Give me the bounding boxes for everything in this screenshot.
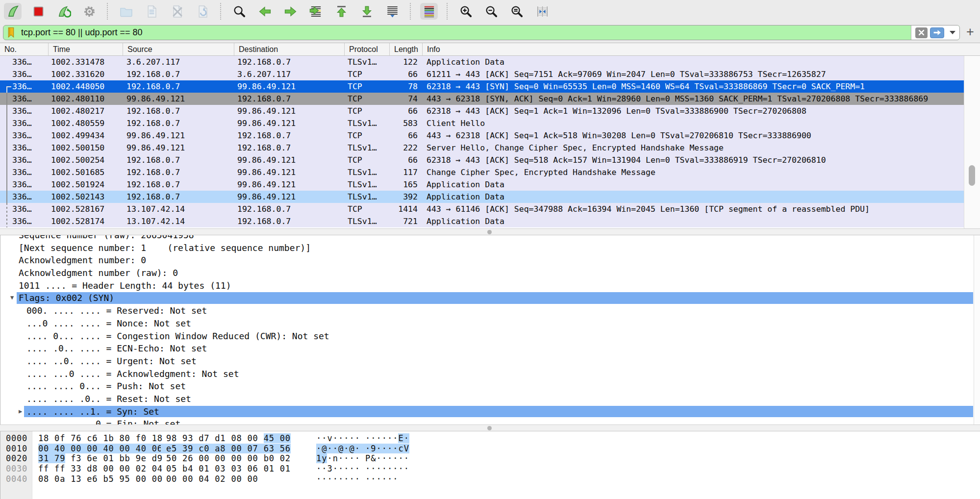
detail-text: .... ..0. .... = Urgent: Not set	[0, 355, 980, 368]
packet-cell-no: 336…	[0, 68, 49, 80]
packet-row[interactable]: 336…1002.448050192.168.0.799.86.49.121TC…	[0, 80, 964, 93]
hex-row[interactable]: 002031 79 f3 6e 01 bb 9e d950 26 00 00 0…	[0, 453, 980, 464]
packet-cell-destination: 192.168.0.7	[234, 142, 345, 154]
hex-row[interactable]: 000018 0f 76 c6 1b 80 f0 1898 93 d7 d1 0…	[0, 433, 980, 444]
detail-line[interactable]: ...0 .... .... = Nonce: Not set	[0, 317, 980, 330]
auto-scroll-button[interactable]	[383, 3, 401, 20]
packet-row[interactable]: 336…1002.480217192.168.0.799.86.49.121TC…	[0, 105, 964, 117]
find-packet-button[interactable]	[230, 3, 248, 20]
zoom-in-button[interactable]	[457, 3, 475, 20]
packet-cell-time: 1002.528167	[49, 203, 123, 215]
hex-bytes-group1: 18 0f 76 c6 1b 80 f0 18	[38, 433, 163, 444]
toolbar-separator	[410, 3, 411, 20]
detail-line[interactable]: 000. .... .... = Reserved: Not set	[0, 304, 980, 317]
detail-line[interactable]: Acknowledgment number (raw): 0	[0, 267, 980, 279]
display-filter-input[interactable]: tcp.port == 80 || udp.port == 80	[3, 25, 960, 40]
detail-line[interactable]: .... .... .0.. = Reset: Not set	[0, 393, 980, 405]
column-header-destination[interactable]: Destination	[234, 43, 345, 55]
packet-list-scrollbar[interactable]	[964, 56, 980, 228]
packet-cell-protocol: TLSv1…	[345, 117, 390, 129]
start-capture-button[interactable]	[4, 3, 22, 20]
packet-row[interactable]: 336…1002.50015099.86.49.121192.168.0.7TL…	[0, 142, 964, 154]
packet-row[interactable]: 336…1002.3314783.6.207.117192.168.0.7TLS…	[0, 56, 964, 68]
packet-row[interactable]: 336…1002.52817413.107.42.14192.168.0.7TL…	[0, 215, 964, 227]
packet-row[interactable]: 336…1002.52816713.107.42.14192.168.0.7TC…	[0, 203, 964, 215]
detail-line[interactable]: .... .... 0... = Push: Not set	[0, 380, 980, 393]
save-file-button[interactable]	[143, 3, 160, 20]
restart-capture-button[interactable]	[55, 3, 73, 20]
detail-line[interactable]: [Next sequence number: 1 (relative seque…	[0, 242, 980, 254]
column-header-info[interactable]: Info	[423, 43, 980, 55]
pane-splitter-bottom[interactable]	[0, 424, 980, 431]
filter-apply-button[interactable]	[930, 27, 944, 38]
filter-bar: tcp.port == 80 || udp.port == 80 +	[0, 23, 980, 43]
filter-expression[interactable]: tcp.port == 80 || udp.port == 80	[21, 27, 911, 38]
restart-capture-icon	[57, 4, 71, 19]
detail-line[interactable]: Sequence number (raw): 2665041958	[0, 235, 980, 242]
filter-add-button[interactable]: +	[963, 25, 978, 39]
detail-line[interactable]: .... ...0 .... = Acknowledgment: Not set	[0, 368, 980, 380]
packet-row[interactable]: 336…1002.501685192.168.0.799.86.49.121TL…	[0, 166, 964, 178]
zoom-out-button[interactable]	[482, 3, 500, 20]
packet-cell-length: 117	[390, 166, 423, 178]
stop-capture-button[interactable]	[29, 3, 47, 20]
packet-row[interactable]: 336…1002.331620192.168.0.73.6.207.117TCP…	[0, 68, 964, 80]
column-header-no[interactable]: No.	[0, 43, 49, 55]
go-to-packet-button[interactable]	[307, 3, 325, 20]
reload-file-button[interactable]	[194, 3, 211, 20]
packet-cell-length: 721	[390, 215, 423, 227]
packet-row[interactable]: 336…1002.502143192.168.0.799.86.49.121TL…	[0, 191, 964, 203]
filter-history-dropdown[interactable]	[950, 31, 955, 34]
detail-line[interactable]: .... ..0. .... = Urgent: Not set	[0, 355, 980, 368]
resize-columns-button[interactable]	[533, 3, 551, 20]
ascii-group1: ··3·····	[316, 464, 360, 474]
detail-line[interactable]: .... 0... .... = Congestion Window Reduc…	[0, 330, 980, 343]
packet-row[interactable]: 336…1002.500254192.168.0.799.86.49.121TC…	[0, 154, 964, 166]
open-file-button[interactable]	[117, 3, 135, 20]
detail-line[interactable]: ▶.... .... ..1. = Syn: Set	[0, 405, 980, 418]
previous-packet-button[interactable]	[256, 3, 274, 20]
hex-row[interactable]: 001000 40 00 00 40 00 40 06e5 39 c0 a8 0…	[0, 444, 980, 454]
packet-row[interactable]: 336…1002.480559192.168.0.799.86.49.121TL…	[0, 117, 964, 129]
hex-offset: 0020	[6, 453, 27, 464]
zoom-reset-button[interactable]	[508, 3, 526, 20]
packet-row[interactable]: 336…1002.48011099.86.49.121192.168.0.7TC…	[0, 93, 964, 105]
column-header-time[interactable]: Time	[49, 43, 123, 55]
packet-cell-info: Application Data	[423, 56, 964, 68]
packet-cell-source: 99.86.49.121	[123, 129, 234, 142]
detail-line[interactable]: Acknowledgment number: 0	[0, 254, 980, 267]
colorize-packets-button[interactable]	[420, 3, 438, 20]
packet-cell-destination: 99.86.49.121	[234, 80, 345, 93]
column-header-protocol[interactable]: Protocol	[345, 43, 390, 55]
column-header-length[interactable]: Length	[390, 43, 423, 55]
packet-cell-destination: 192.168.0.7	[234, 129, 345, 142]
last-packet-button[interactable]	[358, 3, 376, 20]
hex-row[interactable]: 004008 0a 13 e6 b5 95 00 0000 00 04 02 0…	[0, 474, 980, 484]
last-packet-icon	[360, 4, 374, 19]
packet-row[interactable]: 336…1002.49943499.86.49.121192.168.0.7TC…	[0, 129, 964, 142]
detail-line[interactable]: .... .... ...0 = Fin: Not set	[0, 418, 980, 424]
first-packet-button[interactable]	[332, 3, 350, 20]
hex-row[interactable]: 0030ff ff 33 d8 00 00 02 0405 b4 01 03 0…	[0, 464, 980, 474]
detail-text: .... ...0 .... = Acknowledgment: Not set	[0, 368, 980, 380]
filter-clear-button[interactable]	[915, 27, 928, 38]
capture-options-button[interactable]	[80, 3, 98, 20]
scrollbar-thumb[interactable]	[969, 165, 975, 186]
detail-text: Sequence number (raw): 2665041958	[0, 235, 980, 242]
close-file-button[interactable]	[168, 3, 186, 20]
zoom-in-icon	[459, 4, 473, 19]
detail-line[interactable]: ▼Flags: 0x002 (SYN)	[0, 292, 980, 304]
packet-row[interactable]: 336…1002.501924192.168.0.799.86.49.121TL…	[0, 178, 964, 191]
ascii-group1: ··v·····	[316, 433, 360, 444]
packet-cell-time: 1002.502143	[49, 191, 123, 203]
pane-splitter-top[interactable]	[0, 228, 980, 235]
packet-cell-protocol: TLSv1…	[345, 166, 390, 178]
detail-line[interactable]: 1011 .... = Header Length: 44 bytes (11)	[0, 279, 980, 292]
packet-cell-time: 1002.480559	[49, 117, 123, 129]
next-packet-button[interactable]	[281, 3, 299, 20]
packet-cell-time: 1002.499434	[49, 129, 123, 142]
detail-line[interactable]: .... .0.. .... = ECN-Echo: Not set	[0, 342, 980, 355]
column-header-source[interactable]: Source	[123, 43, 234, 55]
filter-bookmark-icon[interactable]	[7, 27, 15, 38]
packet-cell-destination: 3.6.207.117	[234, 68, 345, 80]
